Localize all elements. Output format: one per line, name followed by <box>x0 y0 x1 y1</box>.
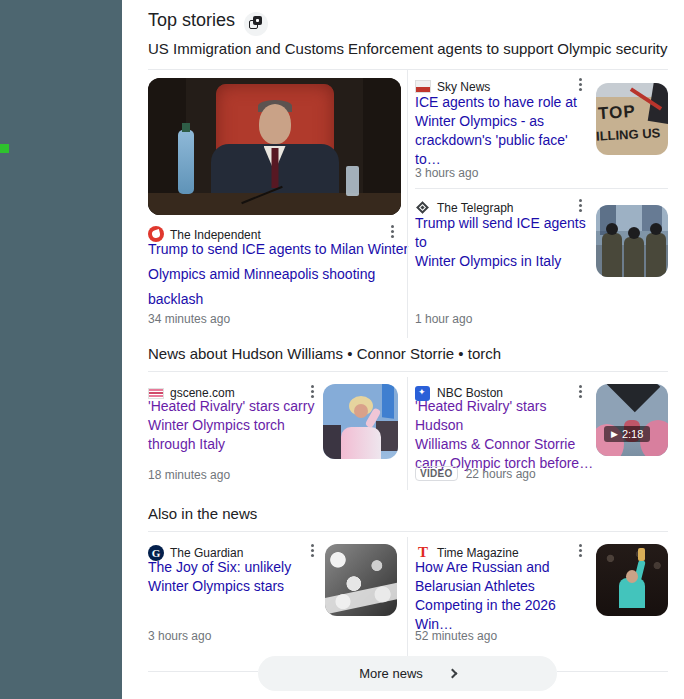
play-icon: ▶ <box>611 429 618 439</box>
article-time: 3 hours ago <box>148 629 211 643</box>
article-headline[interactable]: How Are Russian and Belarusian Athletes … <box>415 558 597 634</box>
article-time: 1 hour ago <box>415 312 472 326</box>
also-in-news-heading: Also in the news <box>148 505 257 522</box>
video-duration-badge: ▶ 2:18 <box>604 426 650 442</box>
article-time: 34 minutes ago <box>148 312 230 326</box>
article-thumbnail[interactable] <box>596 544 668 616</box>
top-stories-title: Top stories <box>148 10 235 31</box>
lead-article-image[interactable] <box>148 78 401 215</box>
full-coverage-icon[interactable] <box>244 12 268 36</box>
article-thumbnail[interactable]: TOP ILLING US <box>596 83 668 155</box>
video-time-row: VIDEO 22 hours ago <box>415 466 536 481</box>
more-news-label: More news <box>359 666 423 681</box>
footer-border-left <box>148 671 258 672</box>
article-headline[interactable]: Trump to send ICE agents to Milan Winter… <box>148 237 410 312</box>
green-marker <box>0 144 9 153</box>
column-divider <box>407 377 408 490</box>
more-options-icon[interactable] <box>572 543 588 559</box>
article-thumbnail[interactable] <box>325 544 397 616</box>
article-time: 52 minutes ago <box>415 629 497 643</box>
article-headline[interactable]: The Joy of Six: unlikely Winter Olympics… <box>148 558 320 596</box>
section-divider <box>148 531 668 532</box>
chevron-right-icon <box>447 668 457 678</box>
sky-news-logo-icon <box>415 80 431 93</box>
header-divider <box>148 69 668 70</box>
more-options-icon[interactable] <box>572 198 588 214</box>
more-news-button[interactable]: More news <box>258 656 557 691</box>
news-about-heading: News about Hudson Williams • Connor Stor… <box>148 345 501 362</box>
article-time: 22 hours ago <box>466 467 536 481</box>
video-badge: VIDEO <box>415 466 458 481</box>
article-headline[interactable]: 'Heated Rivalry' stars carry Winter Olym… <box>148 397 320 454</box>
top-stories-panel: Top stories US Immigration and Customs E… <box>122 0 684 699</box>
stacked-card-front-icon <box>253 16 262 25</box>
article-time: 3 hours ago <box>415 166 478 180</box>
column-divider <box>407 537 408 657</box>
video-duration: 2:18 <box>622 428 643 440</box>
footer-border-right <box>557 671 668 672</box>
section-divider <box>148 371 668 372</box>
story-cluster-subtitle: US Immigration and Customs Enforcement a… <box>148 40 667 57</box>
card-divider <box>415 188 668 189</box>
source-name: Sky News <box>437 80 490 94</box>
source-name: The Telegraph <box>437 201 514 215</box>
more-options-icon[interactable] <box>304 543 320 559</box>
video-thumbnail[interactable]: ▶ 2:18 <box>596 384 668 456</box>
article-time: 18 minutes ago <box>148 468 230 482</box>
column-divider <box>407 70 408 338</box>
article-headline[interactable]: ICE agents to have role at Winter Olympi… <box>415 93 595 169</box>
article-thumbnail[interactable] <box>323 384 398 459</box>
more-options-icon[interactable] <box>572 77 588 93</box>
article-headline[interactable]: Trump will send ICE agents to Winter Oly… <box>415 214 595 271</box>
article-headline[interactable]: 'Heated Rivalry' stars Hudson Williams &… <box>415 397 597 473</box>
article-thumbnail[interactable] <box>596 205 668 277</box>
desktop-background <box>0 0 122 699</box>
